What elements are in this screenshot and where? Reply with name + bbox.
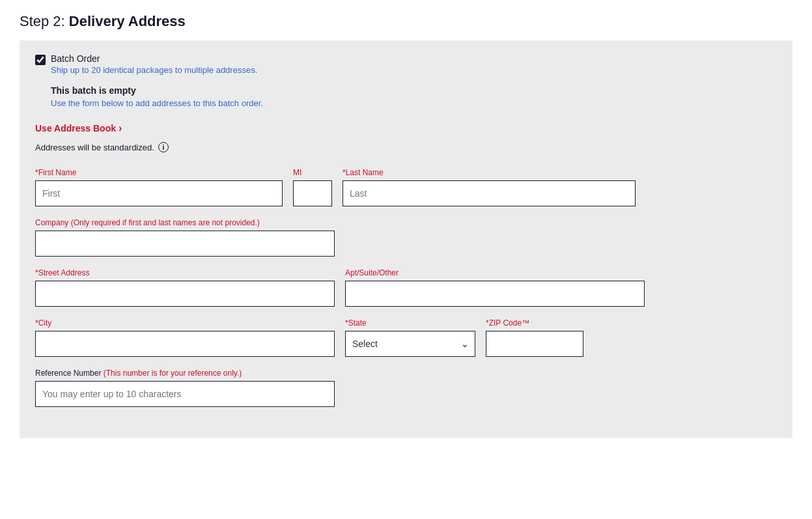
- batch-order-row: Batch Order Ship up to 20 identical pack…: [35, 53, 777, 75]
- use-address-book-label: Use Address Book: [35, 123, 116, 133]
- info-icon[interactable]: i: [158, 142, 169, 152]
- mi-field: MI: [293, 168, 332, 206]
- mi-label: MI: [293, 168, 332, 177]
- batch-empty-desc: Use the form below to add addresses to t…: [51, 98, 777, 108]
- zip-code-field: *ZIP Code™: [486, 318, 583, 357]
- state-label: *State: [345, 318, 475, 328]
- company-field: Company (Only required if first and last…: [35, 218, 335, 257]
- last-name-label: *Last Name: [343, 168, 636, 177]
- zip-code-input[interactable]: [486, 331, 583, 357]
- reference-label: Reference Number (This number is for you…: [35, 369, 335, 378]
- batch-order-label-group: Batch Order Ship up to 20 identical pack…: [51, 53, 257, 75]
- first-name-label: *First Name: [35, 168, 283, 177]
- form-container: Batch Order Ship up to 20 identical pack…: [20, 40, 792, 438]
- street-address-field: *Street Address: [35, 268, 335, 307]
- street-row: *Street Address Apt/Suite/Other: [35, 268, 777, 307]
- state-select[interactable]: Select AL AK AZ AR CA CO CT DE FL GA HI …: [345, 331, 475, 357]
- addresses-note-text: Addresses will be standardized.: [35, 143, 154, 152]
- reference-field: Reference Number (This number is for you…: [35, 369, 335, 407]
- apt-suite-input[interactable]: [345, 281, 645, 307]
- batch-empty-title: This batch is empty: [51, 85, 777, 96]
- address-book-chevron-icon: ›: [119, 122, 122, 134]
- street-address-label: *Street Address: [35, 268, 335, 277]
- last-name-field: *Last Name: [343, 168, 636, 206]
- zip-code-label: *ZIP Code™: [486, 318, 583, 328]
- reference-row: Reference Number (This number is for you…: [35, 369, 777, 407]
- company-row: Company (Only required if first and last…: [35, 218, 777, 257]
- batch-order-subtext: Ship up to 20 identical packages to mult…: [51, 65, 257, 75]
- street-address-input[interactable]: [35, 281, 335, 307]
- state-select-wrapper: Select AL AK AZ AR CA CO CT DE FL GA HI …: [345, 331, 475, 357]
- city-input[interactable]: [35, 331, 335, 357]
- city-state-zip-row: *City *State Select AL AK AZ AR CA CO CT: [35, 318, 777, 357]
- page-wrapper: Step 2: Delivery Address Batch Order Shi…: [0, 0, 812, 519]
- reference-input[interactable]: [35, 381, 335, 407]
- city-field: *City: [35, 318, 335, 357]
- batch-empty-notice: This batch is empty Use the form below t…: [51, 85, 777, 108]
- first-name-input[interactable]: [35, 180, 283, 206]
- batch-order-label: Batch Order: [51, 53, 257, 64]
- first-name-field: *First Name: [35, 168, 283, 206]
- mi-input[interactable]: [293, 180, 332, 206]
- batch-order-checkbox[interactable]: [35, 55, 46, 65]
- city-label: *City: [35, 318, 335, 328]
- use-address-book-link[interactable]: Use Address Book ›: [35, 122, 122, 134]
- addresses-note: Addresses will be standardized. i: [35, 142, 777, 152]
- state-field: *State Select AL AK AZ AR CA CO CT DE FL…: [345, 318, 475, 357]
- page-title: Step 2: Delivery Address: [20, 13, 792, 30]
- last-name-input[interactable]: [343, 180, 636, 206]
- company-input[interactable]: [35, 231, 335, 257]
- apt-suite-label: Apt/Suite/Other: [345, 268, 645, 277]
- apt-suite-field: Apt/Suite/Other: [345, 268, 645, 307]
- company-label: Company (Only required if first and last…: [35, 218, 335, 227]
- name-row: *First Name MI *Last Name: [35, 168, 777, 206]
